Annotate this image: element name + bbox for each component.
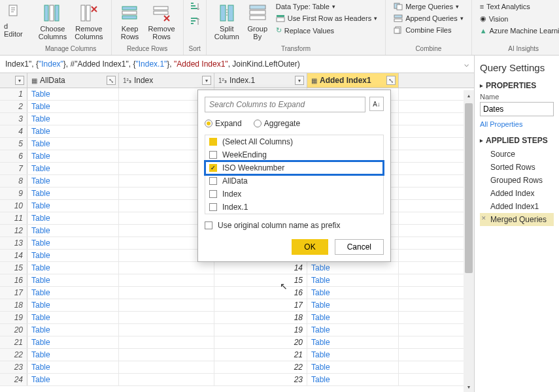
append-queries-button[interactable]: Append Queries ▾: [391, 13, 466, 24]
cell-alldata[interactable]: Table: [27, 113, 119, 125]
cell-index1[interactable]: 16: [214, 287, 307, 299]
cell-alldata[interactable]: Table: [27, 374, 119, 385]
cell-alldata[interactable]: Table: [27, 212, 119, 224]
cell-index1[interactable]: 23: [214, 374, 307, 385]
cell-index1[interactable]: 20: [214, 336, 307, 348]
column-header-added-index1[interactable]: ▦Added Index1⤡: [307, 73, 399, 88]
cell-index[interactable]: [119, 312, 214, 323]
cell-alldata[interactable]: Table: [27, 150, 119, 162]
cell-index1[interactable]: 19: [214, 324, 307, 336]
cell-index1[interactable]: 14: [214, 262, 307, 274]
cell-alldata[interactable]: Table: [27, 274, 119, 286]
cell-alldata[interactable]: Table: [27, 88, 119, 100]
cell-alldata[interactable]: Table: [27, 324, 119, 336]
cell-index[interactable]: [119, 299, 214, 311]
cell-alldata[interactable]: Table: [27, 101, 119, 112]
cell-added[interactable]: Table: [307, 324, 399, 336]
data-type-button[interactable]: Data Type: Table ▾: [273, 1, 380, 12]
applied-step[interactable]: Merged Queries: [480, 213, 554, 226]
sort-desc-button[interactable]: [189, 16, 201, 30]
list-item[interactable]: WeekEnding: [205, 148, 383, 161]
table-row[interactable]: 17Table16Table: [0, 287, 474, 299]
cancel-button[interactable]: Cancel: [335, 239, 384, 255]
table-row[interactable]: 24Table23Table: [0, 374, 474, 386]
cell-index1[interactable]: 21: [214, 349, 307, 361]
cell-added[interactable]: Table: [307, 262, 399, 274]
cell-index[interactable]: [119, 361, 214, 373]
cell-alldata[interactable]: Table: [27, 200, 119, 212]
table-row[interactable]: 20Table19Table: [0, 324, 474, 336]
cell-alldata[interactable]: Table: [27, 250, 119, 261]
table-row[interactable]: 16Table15Table: [0, 274, 474, 287]
select-all-item[interactable]: (Select All Columns): [205, 135, 383, 148]
row-number-header[interactable]: ▾: [0, 73, 27, 88]
advanced-editor-fragment[interactable]: d Editor: [1, 1, 25, 41]
applied-step[interactable]: Added Index: [480, 187, 554, 200]
filter-icon[interactable]: ▾: [202, 76, 211, 85]
table-row[interactable]: 23Table22Table: [0, 361, 474, 374]
sort-asc-button[interactable]: [189, 1, 201, 15]
expand-radio[interactable]: Expand: [205, 119, 242, 128]
column-header-alldata[interactable]: ▦AllData⤡: [27, 73, 119, 88]
cell-alldata[interactable]: Table: [27, 336, 119, 348]
cell-index[interactable]: [119, 336, 214, 348]
cell-index[interactable]: [119, 349, 214, 361]
cell-alldata[interactable]: Table: [27, 287, 119, 299]
filter-icon[interactable]: ▾: [295, 76, 304, 85]
applied-step[interactable]: Source: [480, 148, 554, 161]
applied-steps-header[interactable]: ▸APPLIED STEPS: [480, 136, 554, 145]
scroll-down-icon[interactable]: ▾: [464, 382, 474, 392]
cell-index[interactable]: [119, 274, 214, 286]
column-header-index[interactable]: 1²₃Index▾: [119, 73, 214, 88]
cell-index[interactable]: [119, 262, 214, 274]
sort-columns-button[interactable]: A↓: [369, 97, 384, 111]
table-row[interactable]: 15Table14Table: [0, 262, 474, 274]
cell-alldata[interactable]: Table: [27, 312, 119, 323]
keep-rows-button[interactable]: Keep Rows: [117, 1, 143, 42]
cell-alldata[interactable]: Table: [27, 225, 119, 237]
remove-rows-button[interactable]: Remove Rows: [146, 1, 178, 42]
cell-index1[interactable]: 17: [214, 299, 307, 311]
azure-ml-button[interactable]: ▲Azure Machine Learning: [477, 25, 559, 36]
text-analytics-button[interactable]: ≡Text Analytics: [477, 1, 559, 12]
first-row-headers-button[interactable]: Use First Row as Headers ▾: [273, 13, 380, 24]
choose-columns-button[interactable]: Choose Columns: [36, 1, 69, 42]
ok-button[interactable]: OK: [292, 239, 328, 255]
column-header-index1[interactable]: 1²₃Index.1▾: [214, 73, 307, 88]
remove-columns-button[interactable]: Remove Columns: [72, 1, 105, 42]
cell-alldata[interactable]: Table: [27, 361, 119, 373]
list-item[interactable]: AllData: [205, 174, 383, 188]
cell-index[interactable]: [119, 374, 214, 385]
split-column-button[interactable]: Split Column: [212, 1, 242, 42]
list-item[interactable]: Index: [205, 188, 383, 201]
list-item[interactable]: ISO Weeknumber: [205, 161, 383, 174]
query-name-input[interactable]: [480, 102, 554, 116]
cell-alldata[interactable]: Table: [27, 188, 119, 199]
cell-added[interactable]: Table: [307, 274, 399, 286]
cell-added[interactable]: Table: [307, 287, 399, 299]
expand-icon[interactable]: ⤡: [107, 76, 116, 85]
cell-added[interactable]: Table: [307, 336, 399, 348]
group-by-button[interactable]: Group By: [245, 1, 271, 42]
cell-alldata[interactable]: Table: [27, 125, 119, 137]
table-icon[interactable]: ▾: [15, 76, 24, 85]
applied-step[interactable]: Grouped Rows: [480, 174, 554, 187]
applied-step[interactable]: Sorted Rows: [480, 161, 554, 174]
replace-values-button[interactable]: ↻ Replace Values: [273, 25, 380, 36]
scroll-up-icon[interactable]: ▴: [464, 90, 474, 101]
cell-alldata[interactable]: Table: [27, 163, 119, 174]
formula-bar[interactable]: Index1", {"Index"}, #"Added Index1", {"I…: [0, 56, 474, 73]
cell-added[interactable]: Table: [307, 312, 399, 323]
properties-header[interactable]: ▸PROPERTIES: [480, 81, 554, 90]
cell-index1[interactable]: 15: [214, 274, 307, 286]
scroll-thumb[interactable]: [465, 103, 473, 273]
search-columns-input[interactable]: [205, 97, 365, 112]
cell-index[interactable]: [119, 287, 214, 299]
cell-added[interactable]: Table: [307, 299, 399, 311]
table-row[interactable]: 22Table21Table: [0, 349, 474, 361]
all-properties-link[interactable]: All Properties: [480, 120, 554, 128]
cell-alldata[interactable]: Table: [27, 262, 119, 274]
vertical-scrollbar[interactable]: ▴ ▾: [464, 90, 474, 392]
merge-queries-button[interactable]: Merge Queries ▾: [391, 1, 466, 12]
cell-added[interactable]: Table: [307, 361, 399, 373]
